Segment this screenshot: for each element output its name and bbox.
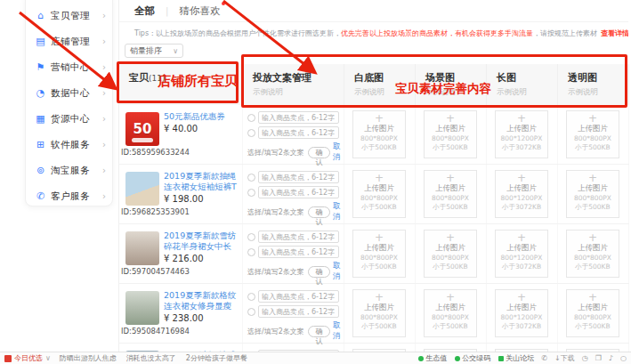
product-title-link[interactable]: 50元新品优惠券 bbox=[164, 111, 239, 122]
news-headline[interactable]: 消耗也没太高了 bbox=[126, 353, 176, 363]
upload-image-box[interactable]: + 上传图片 800*800PX 小于500KB bbox=[566, 230, 619, 278]
cancel-button[interactable]: 取消 bbox=[333, 261, 344, 282]
chevron-down-icon[interactable]: ∨ bbox=[45, 354, 51, 362]
sidebar-item-7[interactable]: ⊚淘宝服务› bbox=[26, 158, 112, 183]
sidebar-item-6[interactable]: ⊞软件服务› bbox=[26, 132, 112, 158]
view-details-link[interactable]: 查看详情> bbox=[601, 28, 628, 38]
product-title-link[interactable]: 2019夏季新款抽绳连衣裙女短袖短裤T恤中长款 bbox=[164, 171, 239, 192]
white-bg-upload-cell: + 上传图片 800*800PX 小于500KB bbox=[344, 105, 416, 164]
confirm-button[interactable]: 确认 bbox=[308, 147, 330, 158]
upload-image-box[interactable]: + 上传图片 800*800PX 小于500KB bbox=[352, 110, 406, 158]
upload-image-box[interactable]: + 上传图片 800*800PX 小于500KB bbox=[566, 170, 619, 218]
sidebar-item-3[interactable]: ⚑营销中心› bbox=[26, 54, 112, 80]
chevron-right-icon: › bbox=[102, 11, 106, 20]
sellpoint-checkbox-2[interactable] bbox=[247, 129, 255, 137]
plus-icon: + bbox=[567, 113, 619, 124]
product-thumbnail[interactable] bbox=[125, 291, 159, 325]
power-icon[interactable]: ○ bbox=[620, 354, 627, 362]
upload-image-box[interactable]: + 上传图片 800*1200PX 小于3072KB bbox=[495, 289, 548, 337]
sort-dropdown[interactable]: 销量排序 ∨ bbox=[125, 44, 183, 58]
product-title-link[interactable]: 2019夏季新款雪纺碎花半身裙女中长款高腰白 bbox=[164, 231, 239, 252]
sellpoint-input-2[interactable] bbox=[258, 305, 339, 318]
example-hint-link[interactable]: 示例说明 bbox=[253, 87, 344, 98]
sellpoint-input-2[interactable] bbox=[258, 126, 339, 139]
sellpoint-checkbox-1[interactable] bbox=[247, 233, 255, 241]
status-badge[interactable]: 关山论坛 bbox=[498, 353, 534, 363]
sidebar-item-8[interactable]: ✆客户服务› bbox=[26, 183, 112, 209]
upload-image-box[interactable]: + 上传图片 800*800PX 小于500KB bbox=[566, 110, 619, 158]
sellpoint-checkbox-1[interactable] bbox=[247, 293, 255, 301]
copy-selection-hint: 选择/填写2条文案 bbox=[247, 148, 304, 158]
status-badge[interactable]: 公交绿码 bbox=[455, 353, 490, 363]
scene-upload-cell: + 上传图片 800*800PX 小于500KB bbox=[416, 105, 487, 164]
upload-image-box[interactable]: + 上传图片 800*800PX 小于500KB bbox=[352, 289, 406, 337]
example-hint-link[interactable]: 示例说明 bbox=[425, 87, 486, 98]
column-header-white-bg: 白底图 示例说明 bbox=[344, 64, 416, 105]
confirm-button[interactable]: 确认 bbox=[308, 266, 330, 278]
upload-image-box[interactable]: + 上传图片 800*800PX 小于500KB bbox=[352, 230, 406, 278]
cancel-button[interactable]: 取消 bbox=[333, 142, 344, 163]
plus-icon: + bbox=[496, 173, 547, 183]
confirm-button[interactable]: 确认 bbox=[308, 206, 330, 218]
upload-image-box[interactable]: + 上传图片 800*800PX 小于500KB bbox=[424, 230, 477, 278]
sellpoint-checkbox-2[interactable] bbox=[247, 248, 255, 256]
tab-guess-you-like[interactable]: 猜你喜欢 bbox=[179, 4, 220, 18]
sidebar-item-1[interactable]: ⌂宝贝管理› bbox=[26, 3, 112, 28]
upload-image-box[interactable]: + 上传图片 800*800PX 小于500KB bbox=[566, 289, 619, 337]
sellpoint-input-2[interactable] bbox=[258, 246, 339, 258]
product-price: ¥ 40.00 bbox=[164, 124, 198, 133]
sidebar-item-2[interactable]: ▤店铺管理› bbox=[26, 28, 112, 54]
news-headline[interactable]: 2分钟给孩子做早餐 bbox=[186, 353, 247, 363]
product-thumbnail[interactable] bbox=[125, 231, 159, 265]
cancel-button[interactable]: 取消 bbox=[333, 320, 344, 342]
copy-selection-hint: 选择/填写2条文案 bbox=[247, 327, 304, 336]
example-hint-link[interactable]: 示例说明 bbox=[497, 87, 557, 98]
product-title-link[interactable]: 2019夏季新款格纹连衣裙女修身显瘦小众网红 bbox=[164, 290, 239, 311]
example-hint-link[interactable]: 示例说明 bbox=[568, 87, 628, 98]
upload-image-box[interactable]: + 上传图片 800*800PX 小于500KB bbox=[424, 170, 477, 218]
cancel-button[interactable]: 取消 bbox=[333, 201, 344, 222]
news-headline[interactable]: 防晒出游别人焦虑 bbox=[60, 353, 117, 363]
plus-icon: + bbox=[353, 292, 405, 303]
sidebar-item-label: 淘宝服务 bbox=[51, 165, 90, 177]
scene-upload-cell: + 上传图片 800*800PX 小于500KB bbox=[416, 224, 487, 283]
chevron-right-icon: › bbox=[102, 62, 106, 72]
transparent-upload-cell: + 上传图片 800*800PX 小于500KB bbox=[558, 165, 629, 223]
upload-image-box[interactable]: + 上传图片 800*800PX 小于500KB bbox=[424, 110, 477, 158]
sellpoint-input-1[interactable] bbox=[258, 290, 339, 303]
upload-image-box[interactable]: + 上传图片 800*1200PX 小于3072KB bbox=[495, 110, 548, 158]
sidebar-item-label: 数据中心 bbox=[51, 87, 90, 100]
upload-image-box[interactable]: + 上传图片 800*800PX 小于500KB bbox=[424, 289, 477, 337]
product-thumbnail[interactable] bbox=[125, 172, 159, 206]
tab-all[interactable]: 全部 bbox=[134, 4, 155, 18]
status-badge[interactable]: 生态值 bbox=[418, 353, 447, 363]
phone-icon[interactable]: ✆ bbox=[541, 354, 547, 362]
taskbar-brand[interactable]: 今日优选 bbox=[14, 353, 43, 363]
window-icon[interactable]: ❐ bbox=[595, 354, 602, 362]
sidebar-item-5[interactable]: ▦货源中心› bbox=[26, 106, 112, 132]
sellpoint-checkbox-2[interactable] bbox=[247, 189, 255, 197]
upload-image-box[interactable]: + 上传图片 800*1200PX 小于3072KB bbox=[495, 170, 548, 218]
sidebar-item-4[interactable]: ◔数据中心› bbox=[26, 80, 112, 106]
sellpoint-checkbox-2[interactable] bbox=[247, 308, 255, 316]
upload-image-box[interactable]: + 上传图片 800*1200PX 小于3072KB bbox=[495, 230, 548, 278]
column-header-long-image: 长图 示例说明 bbox=[487, 64, 558, 105]
main-content: 全部 | 猜你喜欢 Tips：以上投放场景的商品会根据用户个性化需求进行圈选更新… bbox=[118, 0, 628, 364]
sellpoint-checkbox-1[interactable] bbox=[247, 114, 255, 122]
sellpoint-input-1[interactable] bbox=[258, 231, 339, 243]
sellpoint-input-1[interactable] bbox=[258, 171, 339, 183]
sellpoint-input-1[interactable] bbox=[258, 111, 339, 124]
product-thumbnail[interactable]: 50 bbox=[125, 112, 159, 146]
white-bg-upload-cell: + 上传图片 800*800PX 小于500KB bbox=[344, 284, 416, 343]
column-header-products: 宝贝(11) bbox=[119, 64, 243, 105]
history-icon[interactable]: ◷ bbox=[582, 354, 588, 362]
plus-icon: + bbox=[353, 113, 405, 124]
sellpoint-checkbox-1[interactable] bbox=[247, 174, 255, 182]
example-hint-link[interactable]: 示例说明 bbox=[354, 87, 415, 98]
sellpoint-input-2[interactable] bbox=[258, 186, 339, 198]
confirm-button[interactable]: 确认 bbox=[308, 326, 330, 337]
download-icon[interactable]: ↓下载 bbox=[554, 353, 575, 363]
upload-image-box[interactable]: + 上传图片 800*800PX 小于500KB bbox=[352, 170, 406, 218]
sidebar-item-label: 软件服务 bbox=[51, 139, 90, 151]
speaker-icon[interactable]: ♪ bbox=[609, 354, 613, 362]
